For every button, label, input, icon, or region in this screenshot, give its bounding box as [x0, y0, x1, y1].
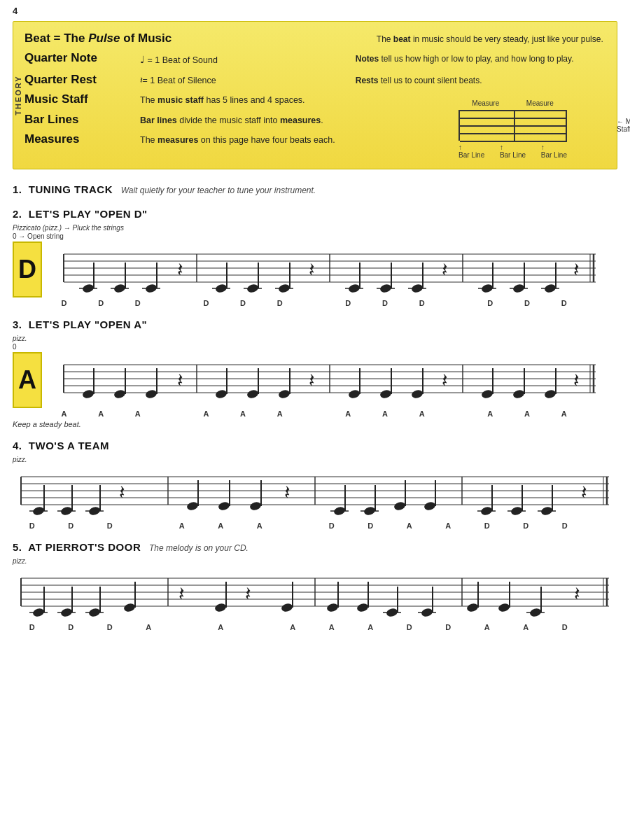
staff-svg-5: 𝄽 𝄽 𝄽 — [13, 566, 617, 622]
svg-text:𝄽: 𝄽 — [178, 374, 183, 386]
note-4-15: D — [562, 522, 568, 530]
svg-text:𝄽: 𝄽 — [179, 587, 184, 600]
svg-text:𝄽: 𝄽 — [178, 263, 183, 276]
note-d-3: D — [135, 299, 141, 307]
svg-point-62 — [82, 389, 94, 400]
svg-point-71 — [246, 389, 259, 400]
exercise-5-subtitle: The melody is on your CD. — [149, 543, 248, 553]
note-5-8: A — [290, 623, 295, 631]
exercise-4-music: pizz. 𝄽 — [13, 456, 617, 530]
svg-text:𝄽: 𝄽 — [442, 374, 447, 386]
note-d-6: D — [240, 299, 246, 307]
note-a-9: A — [345, 410, 351, 418]
term-quarter-rest: Quarter Rest — [24, 73, 133, 87]
note-a-10: A — [382, 410, 388, 418]
svg-point-115 — [249, 501, 262, 512]
note-d-14: D — [524, 299, 530, 307]
note-a-7: A — [277, 410, 283, 418]
svg-text:𝄽: 𝄽 — [120, 486, 125, 498]
exercise-1-subtitle: Wait quietly for your teacher to tune yo… — [121, 186, 316, 195]
term-music-staff: Music Staff — [24, 92, 133, 106]
svg-point-76 — [348, 389, 360, 400]
note-5-14: A — [523, 623, 528, 631]
exercise-4-title: 4. TWO'S A TEAM — [13, 440, 109, 451]
exercise-1: 1. TUNING TRACK Wait quietly for your te… — [13, 183, 617, 195]
barline-label-3: ↑Bar Line — [541, 144, 567, 159]
def-quarter-note: ♩ = 1 Beat of Sound — [140, 51, 349, 67]
exercise-5-music: pizz. 𝄽 — [13, 557, 617, 631]
note-d-13: D — [487, 299, 493, 307]
theory-row-quarter-rest: Quarter Rest 𝄽 = 1 Beat of Silence Rests… — [24, 73, 606, 88]
open-string-label-2: 0 → Open string — [13, 232, 617, 240]
note-5-1: D — [29, 623, 35, 631]
exercise-5-title: 5. AT PIERROT'S DOOR — [13, 541, 141, 553]
svg-point-168 — [356, 603, 369, 613]
note-d-1: D — [61, 299, 66, 307]
note-4-11: A — [407, 522, 412, 530]
note-4-12: A — [445, 522, 451, 530]
term-bar-lines: Bar Lines — [24, 113, 133, 127]
desc-quarter-note: Notes tell us how high or low to play, a… — [356, 51, 606, 65]
open-string-label-3: 0 — [13, 343, 617, 351]
measure-label-1: Measure — [472, 99, 499, 107]
desc-quarter-rest: Rests tell us to count silent beats. — [356, 73, 606, 87]
exercise-2-music: Pizzicato (pizz.) → Pluck the strings 0 … — [13, 224, 617, 307]
desc-beat: The beat in music should be very steady,… — [377, 31, 606, 46]
note-5-3: D — [107, 623, 113, 631]
staff-diagram: Measure Measure ← MusicStaff — [458, 92, 606, 159]
note-d-11: D — [419, 299, 425, 307]
note-d-5: D — [203, 299, 209, 307]
theory-row-beat: Beat = The Pulse of Music The beat in mu… — [24, 31, 606, 46]
letter-box-a: A — [13, 352, 42, 408]
pizz-label-5: pizz. — [13, 557, 617, 565]
svg-point-124 — [393, 501, 406, 512]
note-5-10: A — [368, 623, 373, 631]
staff-svg-3: 𝄽 𝄽 𝄽 — [42, 352, 617, 408]
svg-text:𝄽: 𝄽 — [575, 587, 580, 600]
staff-svg-4: 𝄽 𝄽 — [13, 464, 617, 520]
term-quarter-note: Quarter Note — [24, 51, 133, 65]
svg-point-164 — [281, 603, 293, 613]
svg-point-80 — [411, 389, 424, 400]
page-number: 4 — [13, 6, 18, 16]
def-music-staff: The music staff has 5 lines and 4 spaces… — [140, 92, 451, 107]
exercise-3-music: pizz. 0 A — [13, 335, 617, 428]
exercise-2: 2. LET'S PLAY "OPEN D" — [13, 208, 617, 220]
svg-point-87 — [544, 389, 556, 400]
term-measures: Measures — [24, 132, 133, 146]
svg-point-158 — [123, 603, 136, 613]
svg-point-113 — [218, 501, 230, 512]
term-beat: Beat = The Pulse of Music — [24, 31, 172, 46]
theory-row-measures: Measures The measures on this page have … — [24, 132, 451, 147]
music-staff-label: ← MusicStaff — [617, 118, 630, 133]
svg-point-69 — [215, 389, 227, 400]
svg-point-64 — [113, 389, 126, 400]
svg-text:𝄽: 𝄽 — [574, 263, 579, 276]
svg-point-126 — [424, 501, 436, 512]
svg-point-178 — [498, 603, 510, 613]
theory-row-bar-lines: Bar Lines Bar lines divide the music sta… — [24, 113, 451, 127]
staff-container-3: A 𝄽 — [13, 352, 617, 408]
note-5-6: A — [218, 623, 223, 631]
svg-text:𝄽: 𝄽 — [442, 263, 447, 276]
svg-text:𝄽: 𝄽 — [285, 486, 290, 498]
pizz-label-4: pizz. — [13, 456, 617, 463]
note-5-9: A — [329, 623, 335, 631]
exercise-2-title: 2. LET'S PLAY "OPEN D" — [13, 208, 148, 220]
note-a-3: A — [135, 410, 141, 418]
note-4-14: D — [523, 522, 528, 530]
note-5-12: D — [445, 623, 451, 631]
note-a-15: A — [561, 410, 567, 418]
def-measures: The measures on this page have four beat… — [140, 132, 451, 147]
note-a-14: A — [524, 410, 530, 418]
exercise-1-title: 1. TUNING TRACK — [13, 183, 113, 195]
note-d-9: D — [345, 299, 351, 307]
exercise-5: 5. AT PIERROT'S DOOR The melody is on yo… — [13, 541, 617, 553]
note-a-5: A — [203, 410, 209, 418]
svg-point-85 — [512, 389, 525, 400]
exercise-4: 4. TWO'S A TEAM — [13, 440, 617, 451]
note-a-2: A — [98, 410, 104, 418]
note-4-10: D — [368, 522, 373, 530]
note-5-4: A — [146, 623, 151, 631]
note-d-10: D — [382, 299, 388, 307]
